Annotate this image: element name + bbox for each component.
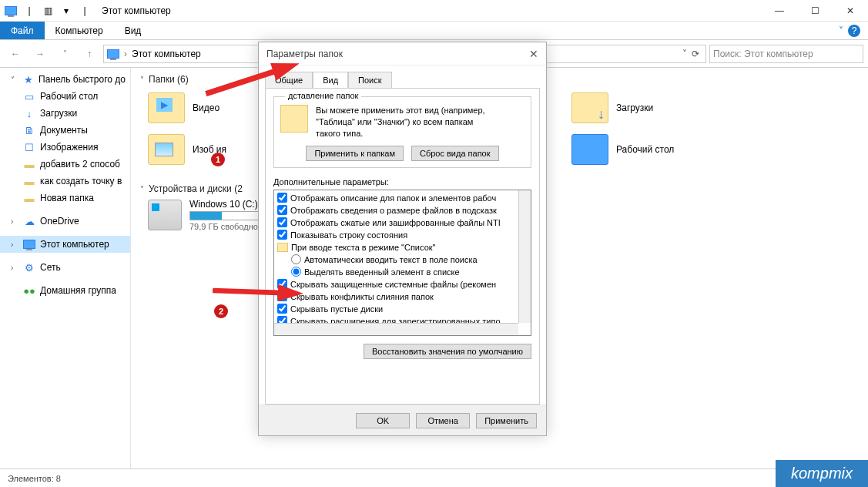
- param-filesize-hints[interactable]: Отображать сведения о размере файлов в п…: [277, 204, 528, 217]
- ribbon-tab-view[interactable]: Вид: [114, 22, 152, 39]
- checkbox[interactable]: [277, 217, 287, 227]
- desktop-folder-icon: [571, 134, 608, 165]
- pictures-icon: ☐: [23, 141, 35, 153]
- params-vertical-scrollbar[interactable]: [518, 190, 531, 323]
- restore-point-label: как создать точку в: [40, 176, 122, 186]
- restore-defaults-button[interactable]: Восстановить значения по умолчанию: [364, 344, 531, 359]
- param-label: Отображать сведения о размере файлов в п…: [290, 206, 497, 215]
- param-status-bar[interactable]: Показывать строку состояния: [277, 229, 528, 241]
- apply-button[interactable]: Применить: [476, 413, 537, 428]
- onedrive-label: OneDrive: [40, 216, 79, 227]
- breadcrumb-sep: ›: [124, 49, 127, 59]
- sidebar-new-folder[interactable]: ▬Новая папка: [0, 190, 130, 207]
- sidebar-add2ways[interactable]: ▬добавить 2 способ: [0, 156, 130, 173]
- fv-desc-3: такого типа.: [316, 128, 485, 139]
- desktop-label-c: Рабочий стол: [616, 144, 674, 155]
- sidebar-homegroup[interactable]: ●●Домашняя группа: [0, 282, 130, 299]
- dialog-titlebar: Параметры папок ✕: [259, 42, 546, 65]
- this-pc-label: Этот компьютер: [40, 239, 109, 250]
- param-label: Показывать строку состояния: [290, 230, 407, 240]
- up-button[interactable]: ↑: [79, 43, 100, 65]
- folder-options-dialog: Параметры папок ✕ Общие Вид Поиск дставл…: [258, 42, 547, 436]
- tab-view[interactable]: Вид: [313, 72, 348, 88]
- tab-search[interactable]: Поиск: [348, 72, 391, 88]
- documents-label: Документы: [40, 125, 88, 136]
- checkbox[interactable]: [277, 193, 287, 203]
- sidebar-documents[interactable]: 🗎Документы: [0, 122, 130, 139]
- cancel-button[interactable]: Отмена: [416, 413, 470, 428]
- annotation-badge-1: 1: [211, 153, 225, 166]
- folder-desktop[interactable]: Рабочий стол: [571, 131, 726, 168]
- folder-icon: ▬: [23, 175, 35, 187]
- checkbox[interactable]: [277, 230, 287, 240]
- param-label: Выделять введенный элемент в списке: [304, 267, 460, 277]
- params-horizontal-scrollbar[interactable]: [274, 323, 518, 335]
- ribbon-chevron-icon[interactable]: ˅: [839, 25, 843, 36]
- maximize-button[interactable]: ☐: [797, 0, 833, 22]
- pictures-folder-icon: [148, 134, 185, 165]
- param-select-typed[interactable]: Выделять введенный элемент в списке: [277, 266, 528, 278]
- folder-downloads[interactable]: Загрузки: [571, 89, 726, 126]
- param-hide-merge-conflicts[interactable]: Скрывать конфликты слияния папок: [277, 291, 528, 303]
- radio[interactable]: [291, 267, 301, 277]
- address-dropdown-icon[interactable]: ˅: [682, 49, 687, 59]
- add2ways-label: добавить 2 способ: [40, 159, 120, 170]
- reset-folders-button[interactable]: Сброс вида папок: [411, 146, 499, 161]
- search-input[interactable]: Поиск: Этот компьютер: [709, 45, 863, 63]
- param-auto-search[interactable]: Автоматически вводить текст в поле поиск…: [277, 254, 528, 266]
- help-icon[interactable]: ?: [848, 25, 860, 37]
- sidebar-pictures[interactable]: ☐Изображения: [0, 139, 130, 156]
- window-title: Этот компьютер: [96, 5, 171, 16]
- cloud-icon: ☁: [23, 215, 35, 227]
- sidebar-this-pc[interactable]: ›Этот компьютер: [0, 236, 130, 253]
- close-button[interactable]: ✕: [833, 0, 868, 22]
- refresh-icon[interactable]: ⟳: [689, 49, 702, 59]
- network-label: Сеть: [40, 262, 61, 273]
- forward-button[interactable]: →: [29, 43, 51, 65]
- param-hide-protected[interactable]: Скрывать защищенные системные файлы (рек…: [277, 278, 528, 291]
- param-label: Скрывать пустые диски: [290, 304, 383, 314]
- ribbon-tab-computer[interactable]: Компьютер: [45, 22, 114, 39]
- param-hide-empty-drives[interactable]: Скрывать пустые диски: [277, 303, 528, 315]
- breadcrumb[interactable]: Этот компьютер: [132, 49, 201, 59]
- sidebar-quick-access[interactable]: ˅★Панель быстрого до: [0, 71, 130, 88]
- sidebar-restore-point[interactable]: ▬как создать точку в: [0, 173, 130, 190]
- dialog-body: дставление папок Вы можете применить это…: [265, 88, 540, 405]
- watermark: kompmix: [776, 460, 868, 487]
- fv-desc-1: Вы можете применить этот вид (например,: [316, 105, 485, 116]
- radio[interactable]: [291, 254, 301, 264]
- pictures-label: Изображения: [40, 142, 98, 153]
- param-label: Автоматически вводить текст в поле поиск…: [304, 255, 478, 264]
- address-pc-icon: [107, 49, 119, 59]
- minimize-button[interactable]: —: [762, 0, 797, 22]
- param-desc-folders[interactable]: Отображать описание для папок и элементо…: [277, 192, 528, 204]
- dialog-tabs: Общие Вид Поиск: [259, 65, 546, 88]
- back-button[interactable]: ←: [5, 43, 26, 65]
- sidebar-onedrive[interactable]: ›☁OneDrive: [0, 213, 130, 230]
- annotation-badge-2: 2: [214, 304, 228, 318]
- param-compressed-ntfs[interactable]: Отображать сжатые или зашифрованные файл…: [277, 217, 528, 229]
- dialog-footer: OK Отмена Применить: [259, 405, 546, 435]
- checkbox[interactable]: [277, 304, 287, 314]
- param-label: Отображать описание для папок и элементо…: [290, 193, 496, 203]
- apply-to-folders-button[interactable]: Применить к папкам: [306, 146, 404, 161]
- ribbon-tab-file[interactable]: Файл: [0, 22, 45, 39]
- folder-preview-icon: [280, 105, 308, 133]
- recent-menu-icon[interactable]: ˅: [54, 43, 75, 65]
- search-placeholder: Поиск: Этот компьютер: [713, 49, 813, 59]
- drive-icon: [148, 200, 182, 230]
- params-listbox[interactable]: Отображать описание для папок и элементо…: [273, 190, 531, 336]
- dialog-close-button[interactable]: ✕: [529, 48, 538, 60]
- drive-usage-fill: [190, 212, 222, 220]
- sidebar-network[interactable]: ›⚙Сеть: [0, 259, 130, 276]
- download-icon: ↓: [23, 107, 35, 119]
- downloads-folder-icon: [571, 92, 608, 123]
- qat-dropdown-icon[interactable]: ▾: [59, 3, 74, 18]
- ok-button[interactable]: OK: [356, 413, 410, 428]
- qat-divider: |: [22, 3, 37, 18]
- sidebar-downloads[interactable]: ↓Загрузки: [0, 105, 130, 122]
- checkbox[interactable]: [277, 205, 287, 215]
- qat-properties-icon[interactable]: ▥: [40, 3, 55, 18]
- sidebar-desktop[interactable]: ▭Рабочий стол: [0, 88, 130, 105]
- network-icon: ⚙: [23, 261, 35, 274]
